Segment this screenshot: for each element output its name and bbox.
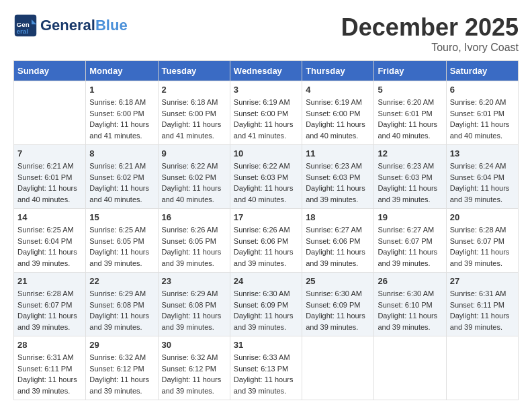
calendar-day: 5Sunrise: 6:20 AM Sunset: 6:01 PM Daylig… [374,81,446,145]
day-number: 14 [17,212,82,222]
day-info: Sunrise: 6:32 AM Sunset: 6:12 PM Dayligh… [162,352,226,396]
calendar-week-row: 14Sunrise: 6:25 AM Sunset: 6:04 PM Dayli… [14,209,519,273]
day-info: Sunrise: 6:28 AM Sunset: 6:07 PM Dayligh… [450,224,515,269]
day-info: Sunrise: 6:27 AM Sunset: 6:06 PM Dayligh… [306,224,370,269]
title-block: December 2025 Touro, Ivory Coast [341,13,519,54]
weekday-header-friday: Friday [374,61,446,81]
day-info: Sunrise: 6:26 AM Sunset: 6:05 PM Dayligh… [162,224,226,269]
calendar-week-row: 7Sunrise: 6:21 AM Sunset: 6:01 PM Daylig… [14,145,519,209]
calendar-day: 25Sunrise: 6:30 AM Sunset: 6:09 PM Dayli… [302,273,374,336]
day-number: 28 [17,340,82,350]
day-info: Sunrise: 6:30 AM Sunset: 6:09 PM Dayligh… [306,288,370,332]
calendar-day: 18Sunrise: 6:27 AM Sunset: 6:06 PM Dayli… [302,209,374,273]
day-info: Sunrise: 6:27 AM Sunset: 6:07 PM Dayligh… [378,224,442,269]
calendar-day: 17Sunrise: 6:26 AM Sunset: 6:06 PM Dayli… [230,209,302,273]
day-info: Sunrise: 6:31 AM Sunset: 6:11 PM Dayligh… [450,288,515,332]
calendar-week-row: 28Sunrise: 6:31 AM Sunset: 6:11 PM Dayli… [14,336,519,400]
day-number: 10 [234,148,298,158]
calendar-day: 21Sunrise: 6:28 AM Sunset: 6:07 PM Dayli… [14,273,86,336]
page-header: Gen eral GeneralBlue December 2025 Touro… [13,13,519,54]
weekday-header-wednesday: Wednesday [230,61,302,81]
day-number: 8 [89,148,154,158]
calendar-day: 24Sunrise: 6:30 AM Sunset: 6:09 PM Dayli… [230,273,302,336]
day-info: Sunrise: 6:30 AM Sunset: 6:09 PM Dayligh… [234,288,298,332]
day-number: 5 [378,85,442,95]
calendar-day: 19Sunrise: 6:27 AM Sunset: 6:07 PM Dayli… [374,209,446,273]
calendar-day [374,336,446,400]
day-number: 13 [450,148,515,158]
day-number: 25 [306,276,370,286]
day-info: Sunrise: 6:22 AM Sunset: 6:02 PM Dayligh… [162,161,226,205]
calendar-day: 7Sunrise: 6:21 AM Sunset: 6:01 PM Daylig… [14,145,86,209]
weekday-header-tuesday: Tuesday [158,61,230,81]
calendar-header: SundayMondayTuesdayWednesdayThursdayFrid… [14,61,519,81]
weekday-header-row: SundayMondayTuesdayWednesdayThursdayFrid… [14,61,519,81]
calendar-day: 1Sunrise: 6:18 AM Sunset: 6:00 PM Daylig… [86,81,158,145]
day-info: Sunrise: 6:18 AM Sunset: 6:00 PM Dayligh… [162,97,226,141]
day-number: 3 [234,85,298,95]
day-number: 15 [89,212,154,222]
day-number: 19 [378,212,442,222]
day-info: Sunrise: 6:23 AM Sunset: 6:03 PM Dayligh… [378,161,442,205]
day-number: 23 [162,276,226,286]
calendar-day: 4Sunrise: 6:19 AM Sunset: 6:00 PM Daylig… [302,81,374,145]
day-number: 2 [162,85,226,95]
day-number: 31 [234,340,298,350]
logo: Gen eral GeneralBlue [13,13,128,38]
day-number: 6 [450,85,515,95]
day-number: 22 [89,276,154,286]
day-info: Sunrise: 6:19 AM Sunset: 6:00 PM Dayligh… [234,97,298,141]
day-number: 11 [306,148,370,158]
calendar-day: 31Sunrise: 6:33 AM Sunset: 6:13 PM Dayli… [230,336,302,400]
day-number: 9 [162,148,226,158]
logo-text-blue: Blue [95,17,128,34]
day-info: Sunrise: 6:25 AM Sunset: 6:05 PM Dayligh… [89,224,154,269]
calendar-table: SundayMondayTuesdayWednesdayThursdayFrid… [13,60,519,400]
day-info: Sunrise: 6:20 AM Sunset: 6:01 PM Dayligh… [378,97,442,141]
calendar-day: 28Sunrise: 6:31 AM Sunset: 6:11 PM Dayli… [14,336,86,400]
svg-text:eral: eral [17,28,29,35]
logo-icon: Gen eral [13,13,38,38]
calendar-day: 2Sunrise: 6:18 AM Sunset: 6:00 PM Daylig… [158,81,230,145]
calendar-day: 12Sunrise: 6:23 AM Sunset: 6:03 PM Dayli… [374,145,446,209]
day-number: 18 [306,212,370,222]
calendar-day: 6Sunrise: 6:20 AM Sunset: 6:01 PM Daylig… [446,81,518,145]
calendar-week-row: 21Sunrise: 6:28 AM Sunset: 6:07 PM Dayli… [14,273,519,336]
day-info: Sunrise: 6:23 AM Sunset: 6:03 PM Dayligh… [306,161,370,205]
day-number: 21 [17,276,82,286]
calendar-day: 8Sunrise: 6:21 AM Sunset: 6:02 PM Daylig… [86,145,158,209]
calendar-day [446,336,518,400]
weekday-header-saturday: Saturday [446,61,518,81]
weekday-header-monday: Monday [86,61,158,81]
calendar-body: 1Sunrise: 6:18 AM Sunset: 6:00 PM Daylig… [14,81,519,400]
day-number: 7 [17,148,82,158]
calendar-day: 23Sunrise: 6:29 AM Sunset: 6:08 PM Dayli… [158,273,230,336]
calendar-day: 22Sunrise: 6:29 AM Sunset: 6:08 PM Dayli… [86,273,158,336]
day-number: 16 [162,212,226,222]
location: Touro, Ivory Coast [341,42,519,54]
day-info: Sunrise: 6:21 AM Sunset: 6:01 PM Dayligh… [17,161,82,205]
day-info: Sunrise: 6:22 AM Sunset: 6:03 PM Dayligh… [234,161,298,205]
calendar-day [302,336,374,400]
logo-text-general: General [40,17,95,34]
calendar-day: 27Sunrise: 6:31 AM Sunset: 6:11 PM Dayli… [446,273,518,336]
day-number: 29 [89,340,154,350]
calendar-day: 3Sunrise: 6:19 AM Sunset: 6:00 PM Daylig… [230,81,302,145]
calendar-day: 20Sunrise: 6:28 AM Sunset: 6:07 PM Dayli… [446,209,518,273]
day-info: Sunrise: 6:25 AM Sunset: 6:04 PM Dayligh… [17,224,82,269]
calendar-day: 26Sunrise: 6:30 AM Sunset: 6:10 PM Dayli… [374,273,446,336]
weekday-header-thursday: Thursday [302,61,374,81]
day-info: Sunrise: 6:33 AM Sunset: 6:13 PM Dayligh… [234,352,298,396]
day-info: Sunrise: 6:20 AM Sunset: 6:01 PM Dayligh… [450,97,515,141]
day-info: Sunrise: 6:31 AM Sunset: 6:11 PM Dayligh… [17,352,82,396]
day-number: 1 [89,85,154,95]
day-info: Sunrise: 6:18 AM Sunset: 6:00 PM Dayligh… [89,97,154,141]
day-info: Sunrise: 6:21 AM Sunset: 6:02 PM Dayligh… [89,161,154,205]
day-info: Sunrise: 6:24 AM Sunset: 6:04 PM Dayligh… [450,161,515,205]
calendar-day: 14Sunrise: 6:25 AM Sunset: 6:04 PM Dayli… [14,209,86,273]
calendar-week-row: 1Sunrise: 6:18 AM Sunset: 6:00 PM Daylig… [14,81,519,145]
calendar-day: 16Sunrise: 6:26 AM Sunset: 6:05 PM Dayli… [158,209,230,273]
day-number: 30 [162,340,226,350]
day-number: 27 [450,276,515,286]
calendar-day: 30Sunrise: 6:32 AM Sunset: 6:12 PM Dayli… [158,336,230,400]
